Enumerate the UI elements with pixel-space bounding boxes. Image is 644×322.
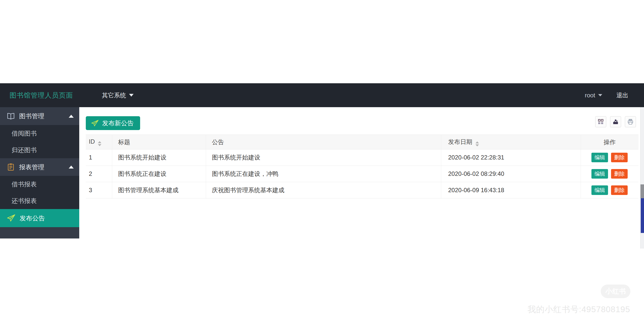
sidebar-item-label: 借阅图书	[12, 129, 37, 138]
delete-button[interactable]: 删除	[611, 169, 628, 179]
sidebar-item-label: 借书报表	[12, 180, 37, 188]
sidebar-item-label: 还书报表	[12, 197, 37, 205]
sidebar-item-return-books[interactable]: 归还图书	[0, 142, 79, 158]
cell-actions: 编辑删除	[581, 149, 638, 166]
export-icon	[612, 118, 619, 125]
sidebar-item-borrow-report[interactable]: 借书报表	[0, 176, 79, 192]
table-header-row: ID 标题 公告 发布日期 操作	[86, 135, 638, 149]
column-header-date[interactable]: 发布日期	[441, 135, 581, 149]
announcements-table: ID 标题 公告 发布日期 操作 1 图书系统开始建设 图书系统开始建设 202…	[86, 135, 638, 198]
scrollbar-highlight	[641, 198, 644, 233]
paper-plane-icon	[7, 214, 16, 223]
table-row: 2 图书系统正在建设 图书系统正在建设，冲鸭 2020-06-02 08:29:…	[86, 166, 638, 182]
column-label: 发布日期	[448, 138, 472, 145]
cell-id: 2	[86, 166, 112, 182]
cell-date: 2020-06-02 22:28:31	[441, 149, 581, 166]
delete-button[interactable]: 删除	[611, 185, 628, 195]
user-dropdown[interactable]: root	[585, 92, 602, 99]
columns-icon	[597, 118, 604, 125]
cell-id: 1	[86, 149, 112, 166]
sort-icon	[475, 141, 479, 146]
print-button[interactable]	[625, 116, 636, 127]
book-icon	[7, 112, 15, 120]
cell-actions: 编辑删除	[581, 182, 638, 198]
scrollbar-thumb[interactable]	[640, 184, 644, 198]
column-header-content: 公告	[206, 135, 441, 149]
page-title: 图书馆管理人员页面	[10, 91, 73, 100]
clipboard-icon	[7, 163, 15, 171]
sidebar-group-reports[interactable]: 报表管理	[0, 158, 79, 176]
export-button[interactable]	[610, 116, 621, 127]
column-label: 标题	[118, 139, 130, 145]
cell-id: 3	[86, 182, 112, 198]
column-header-title: 标题	[112, 135, 206, 149]
cell-date: 2020-06-09 16:43:18	[441, 182, 581, 198]
header-right-area: root 退出	[585, 91, 628, 99]
sidebar-group-label: 报表管理	[19, 163, 44, 171]
top-header-bar: 图书馆管理人员页面 其它系统 root 退出	[0, 83, 644, 107]
cell-content: 图书系统开始建设	[206, 149, 441, 166]
logout-link[interactable]: 退出	[616, 91, 628, 99]
column-label: ID	[89, 138, 95, 145]
paper-plane-icon	[91, 119, 99, 127]
chevron-down-icon	[129, 94, 134, 97]
edit-button[interactable]: 编辑	[591, 153, 608, 162]
column-label: 操作	[603, 139, 616, 145]
sidebar-item-borrow-books[interactable]: 借阅图书	[0, 125, 79, 142]
table-row: 1 图书系统开始建设 图书系统开始建设 2020-06-02 22:28:31 …	[86, 149, 638, 166]
chevron-up-icon	[69, 166, 74, 169]
edit-button[interactable]: 编辑	[591, 185, 608, 195]
edit-button[interactable]: 编辑	[591, 169, 608, 179]
sidebar-group-books[interactable]: 图书管理	[0, 107, 79, 125]
xiaohongshu-watermark-badge: 小红书	[601, 285, 630, 298]
cell-content: 庆祝图书管理系统基本建成	[206, 182, 441, 198]
cell-title: 图书管理系统基本建成	[112, 182, 206, 198]
sidebar-footer	[0, 227, 79, 238]
sidebar-item-label: 发布公告	[20, 214, 45, 222]
sort-icon	[98, 141, 101, 146]
nav-other-systems-label: 其它系统	[102, 91, 126, 99]
chevron-up-icon	[69, 115, 74, 118]
sidebar-item-return-report[interactable]: 还书报表	[0, 192, 79, 209]
chevron-down-icon	[598, 94, 602, 96]
cell-title: 图书系统开始建设	[112, 149, 206, 166]
column-header-actions: 操作	[581, 135, 638, 149]
sidebar: 图书管理 借阅图书 归还图书 报表管理 借书报表 还书报表 发布公告	[0, 107, 79, 238]
table-toolbar	[595, 116, 636, 127]
nav-other-systems[interactable]: 其它系统	[102, 91, 134, 99]
column-label: 公告	[212, 139, 224, 145]
columns-toggle-button[interactable]	[595, 116, 606, 127]
sidebar-item-label: 归还图书	[12, 146, 37, 154]
xiaohongshu-watermark-text: 我的小红书号:4957808195	[528, 304, 630, 315]
cell-actions: 编辑删除	[581, 166, 638, 182]
publish-button-label: 发布新公告	[102, 119, 134, 127]
publish-new-announcement-button[interactable]: 发布新公告	[86, 116, 140, 130]
cell-content: 图书系统正在建设，冲鸭	[206, 166, 441, 182]
username: root	[585, 92, 595, 99]
cell-date: 2020-06-02 08:29:40	[441, 166, 581, 182]
column-header-id[interactable]: ID	[86, 135, 112, 149]
cell-title: 图书系统正在建设	[112, 166, 206, 182]
delete-button[interactable]: 删除	[611, 153, 628, 162]
sidebar-group-label: 图书管理	[19, 112, 44, 120]
print-icon	[627, 118, 634, 125]
table-row: 3 图书管理系统基本建成 庆祝图书管理系统基本建成 2020-06-09 16:…	[86, 182, 638, 198]
sidebar-item-publish-announcement-active[interactable]: 发布公告	[0, 209, 79, 227]
